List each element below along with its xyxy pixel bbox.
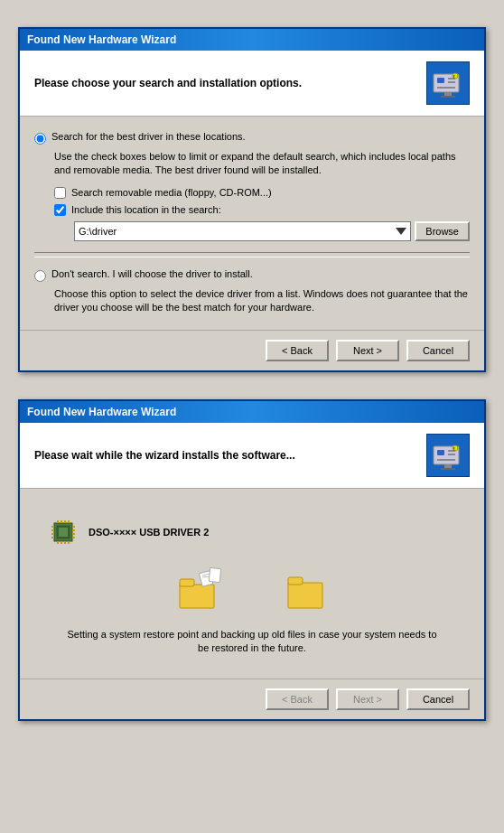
checkbox-row-removable: Search removable media (floppy, CD-ROM..… [54,187,470,199]
svg-rect-21 [51,526,54,528]
svg-rect-38 [180,579,194,586]
svg-rect-27 [72,533,75,535]
checkbox-row-location: Include this location in the search: [54,204,470,216]
radio-dont-search-label[interactable]: Don't search. I will choose the driver t… [51,268,253,279]
svg-rect-24 [51,537,54,538]
footer-2: < Back Next > Cancel [20,679,484,719]
svg-rect-6 [441,96,455,98]
header-2-text: Please wait while the wizard installs th… [34,449,426,462]
path-select[interactable]: G:\driver [74,221,411,241]
next-button-2[interactable]: Next > [336,688,399,710]
svg-rect-22 [51,529,54,531]
svg-rect-28 [72,537,75,538]
titlebar-1-label: Found New Hardware Wizard [27,33,176,46]
browse-button[interactable]: Browse [415,221,470,241]
svg-rect-4 [437,87,455,89]
svg-rect-1 [437,78,444,83]
radio-dont-search[interactable] [34,270,46,282]
svg-rect-10 [437,450,444,455]
svg-rect-34 [61,541,62,544]
titlebar-1: Found New Hardware Wizard [20,29,484,51]
device-row: DSO-×××× USB DRIVER 2 [49,518,470,547]
checkbox-location[interactable] [54,204,66,216]
svg-rect-13 [437,459,455,461]
svg-rect-25 [72,526,75,528]
path-row: G:\driver Browse [74,221,470,241]
progress-animation [34,565,470,610]
svg-rect-30 [61,520,62,523]
checkbox-location-label[interactable]: Include this location in the search: [71,204,221,215]
svg-rect-3 [448,81,455,83]
svg-rect-20 [59,528,68,537]
body-1: Search for the best driver in these loca… [20,117,484,330]
svg-rect-43 [288,583,322,608]
hardware-wizard-icon-2: ! [426,434,470,477]
dont-search-desc: Choose this option to select the device … [54,287,470,315]
svg-rect-5 [444,92,452,96]
dialog-2: Found New Hardware Wizard Please wait wh… [18,399,486,722]
checkbox-removable[interactable] [54,187,66,199]
search-desc: Use the check boxes below to limit or ex… [54,150,470,178]
svg-rect-14 [444,464,452,468]
header-1: Please choose your search and installati… [20,51,484,117]
back-button-2[interactable]: < Back [266,688,329,710]
cancel-button-2[interactable]: Cancel [406,688,470,710]
svg-rect-32 [68,520,70,523]
device-chip-icon [49,518,78,547]
checkbox-removable-label[interactable]: Search removable media (floppy, CD-ROM..… [71,187,272,198]
radio-row-dont-search: Don't search. I will choose the driver t… [34,268,470,282]
search-options-block: Use the check boxes below to limit or ex… [54,150,470,241]
radio-search[interactable] [34,133,46,145]
svg-rect-29 [57,520,59,523]
svg-rect-12 [448,454,455,455]
radio-search-label[interactable]: Search for the best driver in these loca… [51,131,246,142]
header-2: Please wait while the wizard installs th… [20,423,484,489]
svg-rect-35 [64,541,66,544]
svg-rect-44 [288,577,303,585]
cancel-button-1[interactable]: Cancel [406,340,470,361]
svg-rect-37 [180,585,214,608]
svg-rect-36 [68,541,70,544]
dest-folder [284,565,329,610]
radio-row-search: Search for the best driver in these loca… [34,131,470,145]
dialog-1: Found New Hardware Wizard Please choose … [18,27,486,372]
svg-rect-26 [72,529,75,531]
dont-search-section: Don't search. I will choose the driver t… [34,268,470,315]
source-folder [175,565,229,610]
back-button-1[interactable]: < Back [266,340,329,361]
titlebar-2: Found New Hardware Wizard [20,401,484,423]
svg-rect-31 [64,520,66,523]
install-desc: Setting a system restore point and backi… [61,628,443,656]
hardware-wizard-icon-1: ! [426,61,470,105]
svg-rect-40 [209,567,220,582]
body-2: DSO-×××× USB DRIVER 2 [20,489,484,679]
next-button-1[interactable]: Next > [336,340,399,361]
svg-rect-33 [57,541,59,544]
device-name: DSO-×××× USB DRIVER 2 [89,527,209,538]
header-1-text: Please choose your search and installati… [34,77,426,89]
titlebar-2-label: Found New Hardware Wizard [27,406,176,418]
svg-rect-15 [441,468,455,470]
svg-rect-23 [51,533,54,535]
footer-1: < Back Next > Cancel [20,330,484,370]
